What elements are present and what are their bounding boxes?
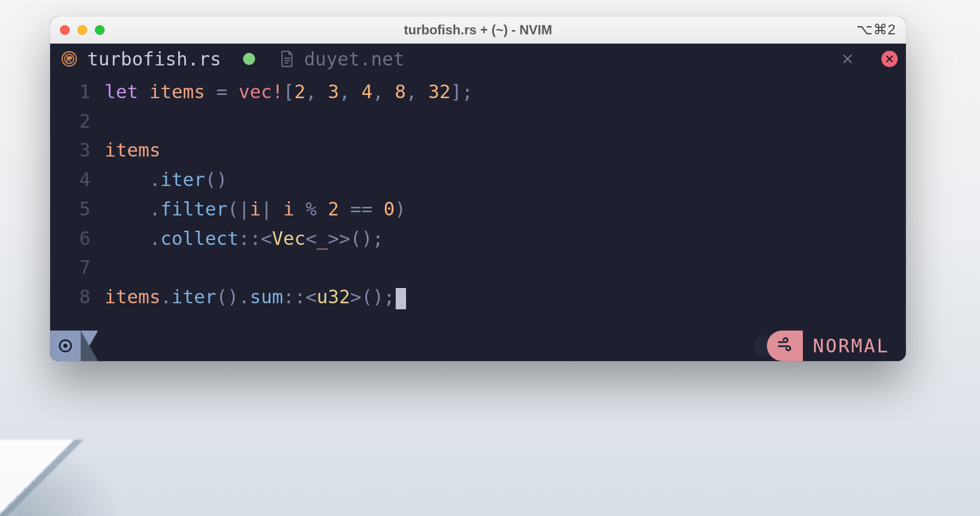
code-line[interactable]: 7: [50, 253, 906, 283]
tab-bar: turbofish.rs duyet.net: [50, 44, 906, 74]
line-number: 6: [50, 224, 105, 254]
code-content[interactable]: .collect::<Vec<_>>();: [105, 224, 906, 254]
svg-point-7: [73, 53, 75, 55]
close-icon[interactable]: [881, 51, 898, 67]
mode-label: NORMAL: [803, 331, 906, 361]
line-number: 2: [50, 107, 105, 136]
spinner-icon: [58, 338, 73, 353]
line-number: 1: [50, 77, 105, 107]
code-line[interactable]: 4 .iter(): [50, 165, 906, 195]
code-content[interactable]: items.iter().sum::<u32>();: [105, 283, 906, 312]
desktop-wallpaper-mountain: [0, 440, 120, 516]
terminal-window: turbofish.rs + (~) - NVIM ⌥⌘2: [50, 16, 906, 361]
titlebar[interactable]: turbofish.rs + (~) - NVIM ⌥⌘2: [50, 16, 906, 44]
tab-turbofish[interactable]: turbofish.rs: [50, 44, 269, 74]
document-icon: [280, 51, 294, 67]
code-line[interactable]: 5 .filter(|i| i % 2 == 0): [50, 195, 906, 224]
code-content[interactable]: .filter(|i| i % 2 == 0): [105, 195, 906, 224]
wind-icon: [777, 335, 793, 357]
rust-icon: [61, 51, 77, 67]
code-content[interactable]: .iter(): [105, 165, 906, 195]
line-number: 8: [50, 283, 105, 312]
svg-point-5: [75, 58, 77, 60]
svg-point-8: [64, 63, 65, 64]
tab-label: turbofish.rs: [87, 48, 221, 70]
code-line[interactable]: 8items.iter().sum::<u32>();: [50, 283, 906, 312]
svg-point-4: [62, 58, 63, 60]
svg-point-2: [69, 51, 70, 53]
code-content[interactable]: let items = vec![2, 3, 4, 8, 32];: [105, 77, 906, 107]
window-shortcut-indicator: ⌥⌘2: [856, 21, 896, 38]
status-left-segment: [50, 331, 81, 361]
svg-point-6: [64, 53, 65, 55]
status-line: NORMAL: [50, 331, 906, 361]
code-line[interactable]: 1let items = vec![2, 3, 4, 8, 32];: [50, 77, 906, 107]
line-number: 5: [50, 195, 105, 224]
code-line[interactable]: 6 .collect::<Vec<_>>();: [50, 224, 906, 254]
tab-close-icon[interactable]: [836, 49, 859, 69]
mode-icon-wrap: [754, 331, 803, 361]
code-editor[interactable]: 1let items = vec![2, 3, 4, 8, 32];23item…: [50, 74, 906, 331]
traffic-lights: [60, 25, 105, 35]
code-line[interactable]: 3items: [50, 136, 906, 165]
code-line[interactable]: 2: [50, 107, 906, 136]
line-number: 4: [50, 165, 105, 195]
svg-point-9: [73, 63, 75, 64]
svg-point-11: [63, 344, 67, 347]
cursor: [396, 288, 406, 309]
svg-point-3: [69, 65, 70, 67]
window-minimize-button[interactable]: [77, 25, 87, 35]
window-title: turbofish.rs + (~) - NVIM: [50, 22, 906, 38]
window-close-button[interactable]: [60, 25, 70, 35]
status-right-segment: NORMAL: [754, 331, 906, 361]
line-number: 3: [50, 136, 105, 165]
code-content[interactable]: items: [105, 136, 906, 165]
tab-label: duyet.net: [304, 48, 404, 70]
modified-indicator-icon: [243, 53, 255, 65]
line-number: 7: [50, 253, 105, 283]
editor-close-button[interactable]: [873, 44, 906, 74]
window-zoom-button[interactable]: [95, 25, 105, 35]
tab-duyet[interactable]: duyet.net: [269, 44, 873, 74]
